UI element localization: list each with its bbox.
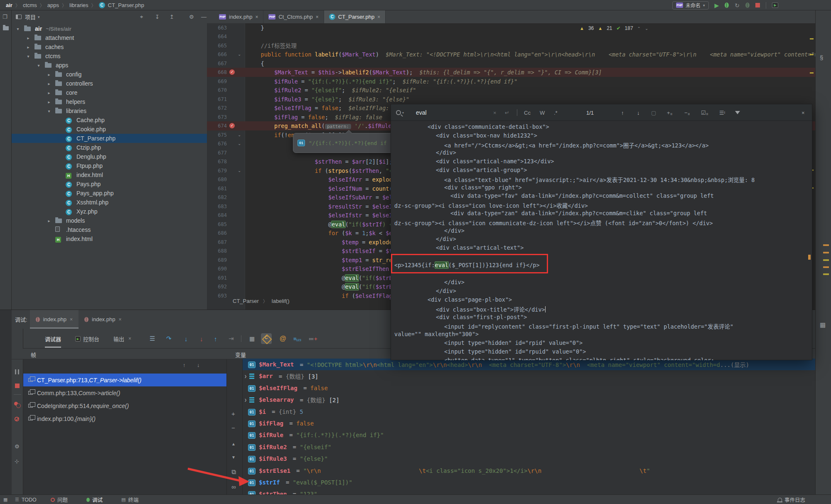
debug-session-tab-index.php[interactable]: index.php× xyxy=(30,310,79,329)
variable-row-$ifFlag[interactable]: 01$ifFlag= false xyxy=(243,418,831,429)
hide-panel-icon[interactable]: — xyxy=(201,14,207,20)
stop-button[interactable] xyxy=(755,3,760,7)
tree-item-ctcms[interactable]: ▾ctcms xyxy=(12,52,207,61)
fold-chevron-icon[interactable]: ⌄ xyxy=(238,139,241,148)
tree-chevron-icon[interactable]: ▸ xyxy=(25,45,31,49)
clear-search-icon[interactable]: × xyxy=(493,104,497,121)
prev-issue-icon[interactable]: ⌃ xyxy=(637,26,641,31)
fold-chevron-icon[interactable]: ⌄ xyxy=(238,50,241,59)
debug-button[interactable] xyxy=(725,2,729,8)
project-toolwindow-icon[interactable]: ❐ xyxy=(2,14,7,20)
variable-row-$elseIfFlag[interactable]: 01$elseIfFlag= false xyxy=(243,382,831,394)
breadcrumb-method[interactable]: labelif() xyxy=(272,298,290,304)
statusbar-item-debug[interactable]: 调试 xyxy=(86,495,103,504)
variable-row-$ifRule[interactable]: 01$ifRule= "{if:(.*?)}(.*?){end if}" xyxy=(243,429,831,441)
database-toolwindow-icon[interactable]: ▦ xyxy=(820,321,826,329)
multiline-icon[interactable]: ☰I xyxy=(719,104,725,121)
error-stripe-mark[interactable] xyxy=(810,72,814,74)
tree-chevron-icon[interactable]: ▸ xyxy=(25,36,31,40)
next-issue-icon[interactable]: ⌄ xyxy=(645,26,648,31)
frame-row-3[interactable]: CodeIgniter.php:514, require_once() xyxy=(23,399,227,412)
remove-icon[interactable]: − xyxy=(231,424,235,431)
close-tab-icon[interactable]: × xyxy=(118,317,121,322)
move-up-icon[interactable]: ▲ xyxy=(231,442,236,446)
close-tab-icon[interactable]: × xyxy=(70,317,73,322)
debugger-tab-控制台[interactable]: ▶控制台 xyxy=(75,329,99,349)
run-anything-button[interactable]: ▶ xyxy=(772,2,778,8)
regex-toggle[interactable]: .* xyxy=(554,104,558,121)
variable-row-$i[interactable]: 01$i= {int} 5 xyxy=(243,406,831,418)
variable-row-$ifRule2[interactable]: 01$ifRule2= "{elseif" xyxy=(243,441,831,453)
close-tab-icon[interactable]: × xyxy=(255,14,258,20)
view-breakpoints-icon[interactable] xyxy=(14,402,18,406)
add-icon[interactable]: + xyxy=(231,410,235,417)
tree-item-index.html[interactable]: Hindex.html xyxy=(12,170,207,179)
next-match-icon[interactable]: ↓ xyxy=(637,104,640,121)
code-line-666[interactable]: 666⌄ public function labelif($Mark_Text)… xyxy=(207,50,815,59)
tree-item-controllers[interactable]: ▸controllers xyxy=(12,79,207,88)
editor-tab-index.php[interactable]: PHPindex.php× xyxy=(214,10,263,23)
force-step-into-icon[interactable]: ↓ xyxy=(200,329,203,349)
frame-down-icon[interactable]: ↓ xyxy=(197,362,200,368)
tree-item-Ftpup.php[interactable]: CFtpup.php xyxy=(12,161,207,170)
statusbar-item-todo[interactable]: ☰TODO xyxy=(15,495,37,504)
editor-tab-CT_Parser.php[interactable]: CCT_Parser.php× xyxy=(324,10,386,23)
copy-icon[interactable]: ⧉ xyxy=(231,468,236,476)
tree-item-.htaccess[interactable]: .htaccess xyxy=(12,225,207,234)
editor-tab-Ct_Ctcms.php[interactable]: PHPCt_Ctcms.php× xyxy=(263,10,324,23)
breadcrumb-item-libraries[interactable]: libraries xyxy=(69,2,89,8)
collapse-all-icon[interactable]: ↥ xyxy=(170,14,174,20)
code-line-664[interactable]: 664 xyxy=(207,32,815,41)
tree-chevron-icon[interactable]: ▾ xyxy=(46,109,52,113)
variable-row-$strElse1[interactable]: 01$strElse1= "\r\n \t<i class="icon s_20… xyxy=(243,465,831,477)
step-over-icon[interactable]: ↷ xyxy=(166,329,172,349)
variable-row-$elsearray[interactable]: ❯$elsearray= {数组} [2] xyxy=(243,394,831,406)
stop-icon[interactable] xyxy=(15,384,20,388)
editor-breadcrumbs[interactable]: CT_Parser 〉 labelif() xyxy=(233,297,289,304)
match-case-toggle[interactable]: Cc xyxy=(524,104,531,121)
layout-settings-icon[interactable]: ☰ xyxy=(150,329,155,349)
toolwindow-switcher-icon[interactable]: ▦ xyxy=(3,495,7,504)
pause-icon[interactable] xyxy=(15,369,19,374)
close-tab-icon[interactable]: × xyxy=(316,14,319,20)
step-out-icon[interactable]: ↑ xyxy=(214,329,217,349)
debugger-tab-输出[interactable]: 输出× xyxy=(113,329,131,349)
breadcrumb-item-CT_Parser.php[interactable]: CT_Parser.php xyxy=(108,2,144,8)
breadcrumb-class[interactable]: CT_Parser xyxy=(233,298,259,304)
tree-item-CT_Parser.php[interactable]: CCT_Parser.php xyxy=(12,134,207,143)
variable-row-$strThen[interactable]: 01$strThen= "123" xyxy=(243,488,831,495)
event-log-button[interactable]: 事件日志 xyxy=(778,495,805,504)
tree-item-caches[interactable]: ▸caches xyxy=(12,42,207,52)
run-button[interactable]: ▶ xyxy=(715,2,719,8)
variable-row-$strIf[interactable]: 01$strIf= "eval($_POST[1])" xyxy=(243,477,831,488)
settings-gear-icon[interactable]: ⚙ xyxy=(15,443,20,450)
error-stripe-mark[interactable] xyxy=(810,54,814,55)
breadcrumb[interactable]: air〉ctcms〉apps〉libraries〉CCT_Parser.php xyxy=(0,2,144,8)
statusbar-item-problems[interactable]: 问题 xyxy=(51,495,68,504)
debug-session-tab-index.php[interactable]: index.php× xyxy=(79,310,127,329)
code-line-668[interactable]: 668✓ $Mark_Text = $this->labelif2($Mark_… xyxy=(207,68,815,77)
close-tab-icon[interactable]: × xyxy=(128,336,131,342)
variable-row-$ifRule3[interactable]: 01$ifRule3= "{else}" xyxy=(243,453,831,465)
error-stripe-mark[interactable] xyxy=(810,38,814,39)
code-line-667[interactable]: 667 { xyxy=(207,59,815,68)
breadcrumb-item-apps[interactable]: apps xyxy=(47,2,59,8)
tree-chevron-icon[interactable]: ▸ xyxy=(46,219,52,223)
code-line-665[interactable]: 665 //if标签处理 xyxy=(207,41,815,50)
folder-icon[interactable] xyxy=(3,26,9,30)
tree-chevron-icon[interactable]: ▸ xyxy=(46,100,52,104)
breadcrumb-item-ctcms[interactable]: ctcms xyxy=(23,2,37,8)
tree-item-Pays_app.php[interactable]: CPays_app.php xyxy=(12,189,207,198)
code-line-669[interactable]: 669 $ifRule = "{if:(.*?)}(.*?){end if}";… xyxy=(207,77,815,86)
tree-item-Denglu.php[interactable]: CDenglu.php xyxy=(12,152,207,161)
frame-row-1[interactable]: CT_Parser.php:713, CT_Parser->labelif() xyxy=(23,374,227,386)
frame-row-2[interactable]: Comm.php:133, Comm->article() xyxy=(23,386,227,399)
step-into-icon[interactable]: ↓ xyxy=(184,329,188,349)
expand-all-icon[interactable]: ↧ xyxy=(155,14,160,20)
attach-debugger-button[interactable] xyxy=(745,2,750,8)
pin-icon[interactable]: ⊹ xyxy=(15,458,19,465)
statusbar-item-terminal[interactable]: ▤终端 xyxy=(121,495,138,504)
tree-item-Cookie.php[interactable]: CCookie.php xyxy=(12,125,207,134)
viewer-content[interactable]: <div class="communicate-detail-box"><div… xyxy=(391,121,812,360)
coil-toolwindow-icon[interactable]: § xyxy=(820,54,823,61)
